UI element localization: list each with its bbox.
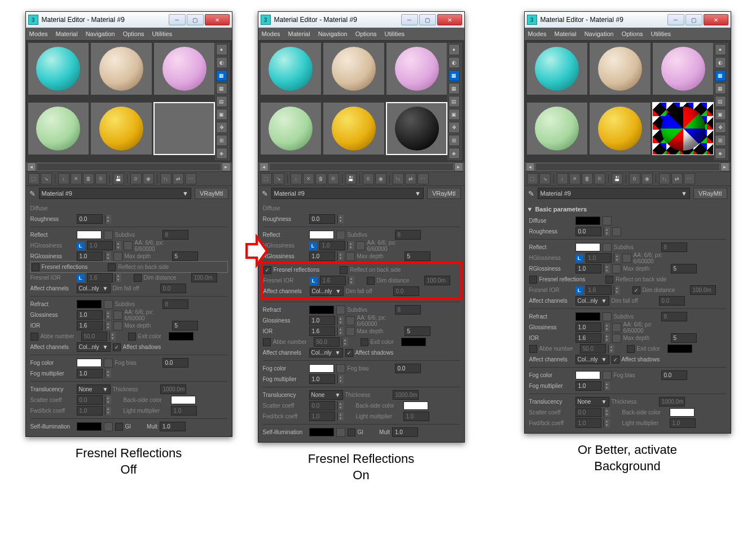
fogbias-spinner[interactable]: 0.0: [395, 364, 421, 373]
rgloss-map[interactable]: [346, 252, 355, 261]
gosibling-icon[interactable]: ⇄: [671, 173, 683, 184]
shadows-checkbox[interactable]: [612, 356, 619, 364]
select-icon[interactable]: ⊞: [216, 135, 227, 146]
refract-map[interactable]: [336, 306, 345, 315]
fresnelior-spinner[interactable]: 1.6: [87, 273, 113, 282]
selfillum-map[interactable]: [104, 422, 113, 431]
slot-3[interactable]: [154, 43, 215, 95]
menu-navigation[interactable]: Navigation: [86, 30, 115, 37]
slot-3[interactable]: [386, 43, 447, 95]
abbe-spinner[interactable]: 50.0: [314, 337, 340, 347]
backcol-swatch[interactable]: [403, 401, 428, 410]
fogmult-spinner[interactable]: 1.0: [77, 369, 103, 378]
rollout-header[interactable]: ▼Basic parameters: [527, 204, 728, 214]
exit-swatch[interactable]: [169, 332, 194, 341]
hgloss-map[interactable]: [124, 241, 133, 250]
refr-subdivs-spinner[interactable]: 8: [395, 305, 421, 315]
titlebar[interactable]: 3 Material Editor - Material #9 ─ ▢ ✕: [258, 12, 464, 28]
reflect-map[interactable]: [603, 243, 612, 252]
backside-checkbox[interactable]: [605, 276, 613, 284]
gi-checkbox[interactable]: [115, 423, 123, 431]
dimdist-spinner[interactable]: 100.0m: [690, 285, 716, 295]
sample-type-icon[interactable]: ●: [449, 44, 460, 55]
maxdepth-spinner[interactable]: 5: [671, 264, 697, 273]
fog-map[interactable]: [336, 364, 345, 373]
ior-lock[interactable]: L: [310, 277, 318, 285]
get-material-icon[interactable]: ⬚: [527, 173, 538, 184]
refract-swatch[interactable]: [77, 300, 102, 308]
exit-checkbox[interactable]: [627, 345, 635, 353]
gloss-map[interactable]: [612, 323, 621, 332]
minimize-button[interactable]: ─: [667, 14, 684, 25]
mtl-id-icon[interactable]: ◈: [449, 148, 460, 159]
dimdist-spinner[interactable]: 100.0m: [424, 276, 450, 285]
selfillum-swatch[interactable]: [77, 422, 102, 431]
fresnelior-spinner[interactable]: 1.6: [586, 285, 612, 295]
maximize-button[interactable]: ▢: [187, 14, 204, 25]
show-icon[interactable]: ◉: [641, 173, 653, 184]
reflect-map[interactable]: [104, 231, 113, 240]
preview-icon[interactable]: ▣: [216, 109, 227, 120]
menu-options[interactable]: Options: [622, 30, 643, 37]
thick-spinner[interactable]: 1000.0m: [160, 385, 186, 394]
slot-4[interactable]: [261, 103, 322, 154]
options-icon[interactable]: ❖: [216, 122, 227, 133]
diffuse-map[interactable]: [603, 217, 612, 226]
copy-icon[interactable]: ⎘: [594, 173, 605, 184]
reflect-map[interactable]: [336, 231, 345, 240]
subdivs-spinner[interactable]: 8: [162, 230, 188, 240]
slot-2[interactable]: [91, 43, 152, 95]
background-icon[interactable]: ▦: [216, 70, 227, 81]
diffuse-swatch[interactable]: [575, 217, 600, 225]
subdivs-spinner[interactable]: 8: [661, 242, 687, 252]
ior-map[interactable]: [113, 321, 122, 330]
ior-spinner[interactable]: 1.6: [575, 333, 601, 343]
slot-scrollbar[interactable]: ◄►: [26, 162, 232, 171]
maxdepth-spinner[interactable]: 5: [172, 251, 198, 261]
material-type-button[interactable]: VRayMtl: [195, 188, 228, 199]
scatter-spinner[interactable]: 0.0: [575, 408, 601, 417]
delete-icon[interactable]: 🗑: [315, 173, 327, 184]
menu-utilities[interactable]: Utilities: [152, 30, 172, 37]
menu-options[interactable]: Options: [355, 30, 377, 37]
selfillum-swatch[interactable]: [309, 428, 334, 436]
gosibling-icon[interactable]: ⇄: [173, 173, 184, 184]
menu-options[interactable]: Options: [123, 30, 144, 37]
put-scene-icon[interactable]: ↘: [41, 173, 52, 184]
put-scene-icon[interactable]: ↘: [539, 173, 551, 184]
fresnel-checkbox[interactable]: [529, 276, 537, 284]
menu-navigation[interactable]: Navigation: [318, 30, 348, 37]
video-check-icon[interactable]: ▤: [715, 96, 726, 107]
gloss-spinner[interactable]: 1.0: [309, 316, 335, 325]
fogmult-spinner[interactable]: 1.0: [309, 374, 335, 384]
refract-swatch[interactable]: [575, 312, 600, 321]
fogbias-spinner[interactable]: 0.0: [162, 358, 188, 368]
backcol-swatch[interactable]: [171, 396, 196, 404]
assign-icon[interactable]: ↓: [291, 173, 302, 184]
fogmult-spinner[interactable]: 1.0: [575, 381, 601, 391]
more-icon[interactable]: ⋯: [417, 173, 429, 184]
copy-icon[interactable]: ⎘: [95, 173, 107, 184]
refract-map[interactable]: [603, 312, 612, 321]
video-check-icon[interactable]: ▤: [216, 96, 227, 107]
maxdepth-spinner[interactable]: 5: [405, 251, 430, 261]
fwdbck-spinner[interactable]: 1.0: [77, 406, 103, 416]
affectch-dropdown[interactable]: Col...nly▼: [575, 296, 609, 306]
gosibling-icon[interactable]: ⇄: [405, 173, 416, 184]
dimdist-checkbox[interactable]: [632, 286, 640, 294]
subdivs-spinner[interactable]: 8: [395, 230, 421, 240]
lightmult-spinner[interactable]: 1.0: [670, 418, 696, 428]
reset-icon[interactable]: ✕: [303, 173, 314, 184]
menu-utilities[interactable]: Utilities: [651, 30, 671, 37]
slot-2[interactable]: [323, 43, 384, 95]
background-icon[interactable]: ▦: [715, 70, 726, 81]
abbe-spinner[interactable]: 50.0: [580, 344, 606, 354]
save-icon[interactable]: 💾: [612, 173, 623, 184]
fwdbck-spinner[interactable]: 1.0: [575, 418, 601, 428]
dimdist-spinner[interactable]: 100.0m: [191, 273, 217, 282]
more-icon[interactable]: ⋯: [684, 173, 695, 184]
trans-dropdown[interactable]: None▼: [575, 397, 609, 407]
rgloss-spinner[interactable]: 1.0: [77, 251, 103, 261]
hgloss-lock[interactable]: L: [77, 242, 85, 250]
goparent-icon[interactable]: ↑↓: [160, 173, 172, 184]
